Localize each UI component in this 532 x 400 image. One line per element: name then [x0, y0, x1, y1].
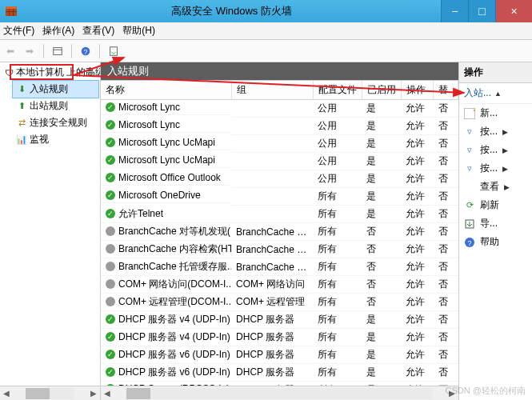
- maximize-button[interactable]: □: [468, 0, 495, 22]
- menu-action[interactable]: 操作(A): [42, 24, 74, 38]
- action-help[interactable]: ? 帮助: [459, 233, 532, 251]
- tree-outbound[interactable]: ⬆ 出站规则: [13, 98, 98, 114]
- table-row[interactable]: ✓DHCP 服务器 v4 (UDP-In)DHCP 服务器所有是允许否: [101, 311, 458, 329]
- table-row[interactable]: ✓DHCP 服务器 v4 (UDP-In)DHCP 服务器所有是允许否: [101, 329, 458, 346]
- rule-op: 允许: [401, 188, 434, 206]
- menu-bar: 文件(F) 操作(A) 查看(V) 帮助(H): [0, 22, 532, 40]
- rule-repl: 否: [434, 223, 458, 241]
- rule-op: 允许: [401, 258, 434, 276]
- action-export[interactable]: 导...: [459, 214, 532, 233]
- tree-scrollbar[interactable]: ◀ ▶: [0, 386, 100, 400]
- rule-enabled: 否: [362, 276, 401, 294]
- view-icon: [464, 182, 475, 193]
- rule-profile: 公用: [313, 135, 362, 153]
- rule-profile: 所有: [313, 329, 362, 346]
- rule-repl: 否: [434, 346, 458, 364]
- menu-help[interactable]: 帮助(H): [122, 24, 155, 38]
- rule-name: Microsoft Lync: [118, 119, 180, 130]
- rule-repl: 否: [434, 258, 458, 276]
- col-repl[interactable]: 替: [434, 81, 458, 100]
- action-refresh[interactable]: ⟳ 刷新: [459, 196, 532, 214]
- svg-rect-5: [54, 47, 62, 54]
- filter-icon: ▿: [464, 163, 475, 174]
- rule-profile: 所有: [313, 241, 362, 258]
- table-row[interactable]: ✓Microsoft Lync公用是允许否: [101, 118, 458, 135]
- table-row[interactable]: BranchCache 内容检索(HT...BranchCache - ...所…: [101, 241, 458, 258]
- minimize-button[interactable]: −: [441, 0, 468, 22]
- scroll-right-icon[interactable]: ▶: [446, 389, 458, 398]
- table-row[interactable]: BranchCache 托管缓存服...BranchCache - ...所有否…: [101, 258, 458, 276]
- rule-repl: 否: [434, 100, 458, 118]
- menu-view[interactable]: 查看(V): [82, 24, 114, 38]
- export-icon[interactable]: [106, 44, 121, 58]
- table-row[interactable]: COM+ 网络访问(DCOM-I...COM+ 网络访问所有否允许否: [101, 276, 458, 294]
- tree-connsec[interactable]: ⇄ 连接安全规则: [13, 114, 98, 131]
- table-row[interactable]: ✓Microsoft Office Outlook公用是允许否: [101, 170, 458, 188]
- table-row[interactable]: ✓Microsoft OneDrive所有是允许否: [101, 188, 458, 206]
- help-icon[interactable]: ?: [78, 44, 93, 58]
- table-row[interactable]: ✓Microsoft Lync UcMapi公用是允许否: [101, 153, 458, 170]
- action-filter-1[interactable]: ▿ 按... ▶: [459, 122, 532, 141]
- table-row[interactable]: ✓Microsoft Lync公用是允许否: [101, 100, 458, 118]
- rule-profile: 所有: [313, 206, 362, 223]
- col-enabled[interactable]: 已启用: [362, 81, 401, 100]
- title-bar: 高级安全 Windows 防火墙 − □ ×: [0, 0, 532, 22]
- rule-status-icon: ✓: [106, 367, 115, 377]
- action-filter1-label: 按...: [480, 125, 498, 138]
- scroll-left-icon[interactable]: ◀: [101, 389, 114, 398]
- table-row[interactable]: ✓DHCP 服务器 v6 (UDP-In)DHCP 服务器所有是允许否: [101, 346, 458, 364]
- rule-status-icon: [106, 279, 115, 289]
- svg-text:?: ?: [84, 47, 88, 55]
- action-filter-2[interactable]: ▿ 按... ▶: [459, 141, 532, 159]
- tree-monitor[interactable]: 📊 监视: [13, 131, 98, 148]
- chevron-up-icon[interactable]: ▲: [494, 90, 502, 98]
- rule-profile: 所有: [313, 258, 362, 276]
- col-name[interactable]: 名称: [101, 81, 231, 100]
- rule-status-icon: ✓: [106, 120, 115, 130]
- rule-profile: 公用: [313, 118, 362, 135]
- rule-status-icon: [106, 226, 115, 236]
- rule-profile: 所有: [313, 223, 362, 241]
- rule-enabled: 是: [362, 364, 401, 382]
- export-icon: [464, 218, 475, 230]
- col-op[interactable]: 操作: [401, 81, 434, 100]
- scroll-right-icon[interactable]: ▶: [87, 389, 100, 398]
- scroll-left-icon[interactable]: ◀: [0, 389, 13, 398]
- close-button[interactable]: ×: [495, 0, 532, 22]
- rule-group: [231, 118, 313, 135]
- tree-inbound[interactable]: ⬇ 入站规则: [13, 81, 98, 98]
- firewall-icon: [5, 5, 18, 18]
- action-new-rule[interactable]: ✶ 新...: [459, 104, 532, 122]
- rules-grid[interactable]: 名称 组 配置文件 已启用 操作 替 ✓Microsoft Lync公用是允许否…: [101, 80, 458, 386]
- refresh-icon[interactable]: [50, 44, 65, 58]
- col-profile[interactable]: 配置文件: [313, 81, 362, 100]
- rule-op: 允许: [401, 135, 434, 153]
- table-row[interactable]: BranchCache 对等机发现(...BranchCache - ...所有…: [101, 223, 458, 241]
- rule-status-icon: ✓: [106, 190, 115, 200]
- rule-group: [231, 135, 313, 153]
- svg-text:?: ?: [467, 238, 471, 246]
- col-group[interactable]: 组: [231, 81, 313, 100]
- grid-scrollbar[interactable]: ◀ ▶: [101, 386, 458, 400]
- table-row[interactable]: ✓DHCP 服务器 v6 (UDP-In)DHCP 服务器所有是允许否: [101, 364, 458, 382]
- rule-profile: 所有: [313, 276, 362, 294]
- rule-group: [231, 206, 313, 223]
- rule-group: COM+ 远程管理: [231, 294, 313, 311]
- action-view[interactable]: 查看 ▶: [459, 178, 532, 196]
- rule-group: [231, 153, 313, 170]
- actions-title: 操作: [459, 62, 532, 83]
- table-row[interactable]: ✓Microsoft Lync UcMapi公用是允许否: [101, 135, 458, 153]
- chevron-right-icon: ▶: [502, 146, 508, 154]
- rule-repl: 否: [434, 276, 458, 294]
- tree-monitor-label: 监视: [30, 133, 49, 146]
- table-row[interactable]: ✓允许Telnet所有是允许否: [101, 206, 458, 223]
- rule-name: Microsoft Lync UcMapi: [118, 137, 215, 148]
- action-filter-3[interactable]: ▿ 按... ▶: [459, 159, 532, 178]
- rule-op: 允许: [401, 364, 434, 382]
- tree-root[interactable]: 🛡 本地计算机 上的高级: [2, 64, 98, 81]
- chevron-right-icon: ▶: [502, 128, 508, 136]
- menu-file[interactable]: 文件(F): [3, 24, 34, 38]
- rule-enabled: 否: [362, 258, 401, 276]
- table-row[interactable]: COM+ 远程管理(DCOM-I...COM+ 远程管理所有否允许否: [101, 294, 458, 311]
- rule-group: DHCP 服务器: [231, 311, 313, 329]
